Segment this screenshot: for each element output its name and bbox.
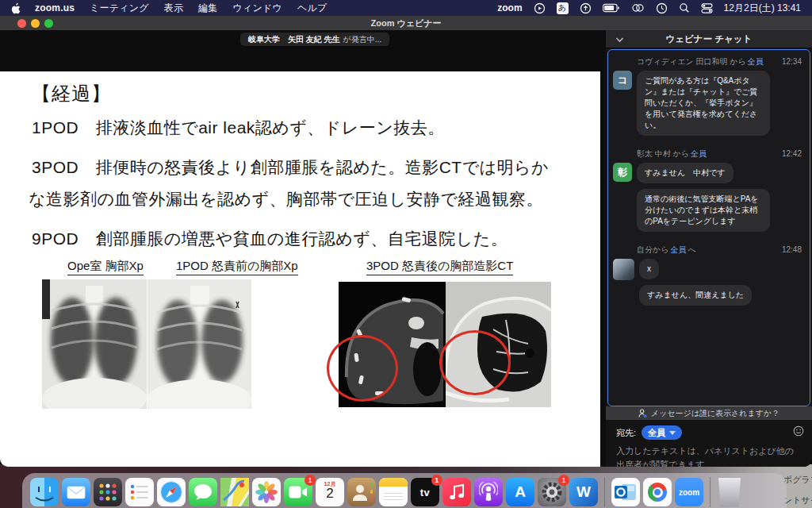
- chat-message: コヴィディエン 田口和明 から 全員 12:34 コ ご質問がある方は『Q&Aボ…: [613, 56, 803, 141]
- avatar: 彰: [613, 163, 632, 182]
- image-caption-ope-xray: Ope室 胸部Xp: [67, 259, 144, 275]
- chat-bubble: すみません、間違えました: [639, 285, 752, 306]
- dock-icon-mail[interactable]: [62, 478, 90, 506]
- visibility-question: メッセージは誰に表示されますか？: [651, 408, 780, 419]
- menu-item-window[interactable]: ウィンドウ: [233, 2, 282, 15]
- close-window-button[interactable]: [17, 19, 26, 28]
- chat-title: ウェビナー チャット: [666, 33, 753, 45]
- circle-arrow-icon[interactable]: [580, 2, 592, 14]
- screen: zoom.us ミーティング 表示 編集 ウィンドウ ヘルプ zoom あ: [0, 0, 812, 508]
- menu-item-help[interactable]: ヘルプ: [297, 2, 327, 15]
- dock-icon-contacts[interactable]: [347, 478, 376, 506]
- chat-input-area: 宛先: 全員 入力したテキストは、パネリストおよび他の出席者が閲覧できます: [606, 420, 812, 467]
- dock-icon-appstore[interactable]: A: [506, 478, 534, 506]
- dock-icon-photos[interactable]: [252, 478, 281, 506]
- message-meta: 彰太 中村 から 全員 12:42: [637, 148, 802, 160]
- background-text-fragment: ントサイ: [783, 495, 812, 506]
- message-time: 12:48: [782, 245, 802, 254]
- dock-icon-facetime[interactable]: 1: [284, 478, 312, 506]
- tv-label: tv: [420, 487, 431, 498]
- dock-icon-podcasts[interactable]: [474, 478, 503, 506]
- message-meta: 自分から 全員 へ 12:48: [637, 244, 802, 256]
- dock-icon-trash[interactable]: [717, 478, 742, 507]
- screen-share-stage: 岐阜大学 矢田 友紀 先生 が発言中... 【経過】 1POD 排液淡血性でai…: [0, 30, 606, 467]
- message-author: コヴィディエン 田口和明 から: [637, 56, 746, 67]
- menubar-zoom-status[interactable]: zoom: [497, 2, 522, 13]
- message-time: 12:42: [782, 149, 802, 158]
- screen-record-icon[interactable]: [534, 2, 546, 14]
- apple-menu-icon[interactable]: [11, 2, 22, 13]
- image-caption-1pod-xray: 1POD 怒責前の胸部Xp: [176, 259, 298, 275]
- menu-item-view[interactable]: 表示: [164, 2, 183, 15]
- macos-dock: 1 12月 2 tv 1 A 1 W: [22, 473, 787, 508]
- annotation-circle-right: [439, 330, 511, 395]
- speaker-name: 岐阜大学 矢田 友紀 先生: [248, 34, 340, 45]
- chest-xray-1pod: [147, 279, 251, 409]
- dock-icon-launchpad[interactable]: [94, 478, 122, 506]
- appstore-letter: A: [515, 483, 526, 501]
- dock-icon-safari[interactable]: [157, 478, 186, 506]
- menubar-datetime[interactable]: 12月2日(土) 13:41: [724, 2, 801, 15]
- dock-icon-zoom[interactable]: zoom: [675, 478, 703, 506]
- dock-icon-music[interactable]: [442, 478, 471, 506]
- fullscreen-window-button[interactable]: [44, 19, 53, 28]
- clock-icon[interactable]: [656, 2, 668, 14]
- notification-badge: 1: [431, 475, 442, 486]
- chat-header: ウェビナー チャット: [606, 30, 812, 48]
- handoff-icon[interactable]: [631, 3, 645, 13]
- window-title: Zoom ウェビナー: [0, 17, 812, 29]
- zoom-label: zoom: [679, 488, 699, 497]
- chevron-down-icon[interactable]: [615, 35, 624, 44]
- menu-item-edit[interactable]: 編集: [198, 2, 217, 15]
- active-speaker-banner: 岐阜大学 矢田 友紀 先生 が発言中...: [240, 33, 389, 46]
- emoji-picker-button[interactable]: [793, 425, 804, 440]
- speaker-status: が発言中...: [343, 34, 382, 45]
- chat-message: 彰太 中村 から 全員 12:42 彰 すみません 中村です 通常の術後に気: [613, 148, 803, 237]
- dock-icon-maps[interactable]: [220, 478, 249, 506]
- notes-band: [379, 478, 408, 487]
- message-target-link[interactable]: 全員: [670, 244, 686, 256]
- dock-icon-calendar[interactable]: 12月 2: [316, 478, 344, 506]
- recipient-dropdown[interactable]: 全員: [642, 425, 682, 440]
- avatar-photo: [613, 259, 634, 280]
- message-meta-suffix: へ: [688, 244, 695, 256]
- message-visibility-bar[interactable]: メッセージは誰に表示されますか？: [606, 406, 812, 420]
- dock-icon-appletv[interactable]: tv 1: [411, 478, 439, 506]
- zoom-window: Zoom ウェビナー 岐阜大学 矢田 友紀 先生 が発言中... 【経過】 1P…: [0, 16, 812, 467]
- chat-message: 自分から 全員 へ 12:48 x すみません、間違えました: [613, 244, 803, 311]
- notification-badge: 1: [558, 475, 569, 486]
- person-icon: [638, 409, 647, 418]
- menu-item-appname[interactable]: zoom.us: [35, 2, 75, 13]
- chat-message-list[interactable]: コヴィディエン 田口和明 から 全員 12:34 コ ご質問がある方は『Q&Aボ…: [607, 49, 810, 406]
- slide-image-row: [0, 279, 600, 409]
- dock-icon-notes[interactable]: [379, 478, 408, 506]
- webinar-chat-panel: ウェビナー チャット コヴィディエン 田口和明 から 全員 12:34 コ: [606, 30, 812, 467]
- message-target-link[interactable]: 全員: [691, 148, 707, 160]
- notification-badge: 1: [304, 475, 316, 486]
- message-target-link[interactable]: 全員: [748, 56, 764, 67]
- input-method-icon[interactable]: あ: [557, 2, 569, 14]
- slide-line: 3POD 排便時の怒責後より創部腫脹を認めた。造影CTでは明らか: [32, 156, 549, 179]
- minimize-window-button[interactable]: [31, 19, 40, 28]
- caret-down-icon: [669, 431, 676, 435]
- avatar: コ: [613, 71, 632, 90]
- menu-item-meeting[interactable]: ミーティング: [90, 2, 149, 15]
- dock-icon-word[interactable]: W: [569, 478, 598, 506]
- dock-icon-settings[interactable]: 1: [538, 478, 566, 506]
- chat-bubble: x: [639, 259, 659, 279]
- background-text-fragment: ポグラフ: [783, 474, 812, 486]
- macos-menu-bar: zoom.us ミーティング 表示 編集 ウィンドウ ヘルプ zoom あ: [0, 0, 812, 16]
- window-titlebar[interactable]: Zoom ウェビナー: [0, 16, 812, 30]
- message-time: 12:34: [782, 57, 802, 66]
- dock-icon-outlook[interactable]: [611, 478, 640, 506]
- chat-text-input[interactable]: 入力したテキストは、パネリストおよび他の出席者が閲覧できます: [616, 444, 802, 467]
- dock-icon-finder[interactable]: [30, 478, 59, 506]
- control-center-icon[interactable]: [701, 3, 713, 13]
- spotlight-search-icon[interactable]: [679, 2, 690, 13]
- presentation-slide: 【経過】 1POD 排液淡血性でair leak認めず、ドレーン抜去。 3POD…: [0, 71, 600, 467]
- dock-icon-chrome[interactable]: [643, 478, 672, 506]
- dock-icon-messages[interactable]: [189, 478, 217, 506]
- battery-icon[interactable]: [603, 3, 620, 13]
- notes-lines: [384, 491, 403, 502]
- dock-icon-reminders[interactable]: [125, 478, 154, 506]
